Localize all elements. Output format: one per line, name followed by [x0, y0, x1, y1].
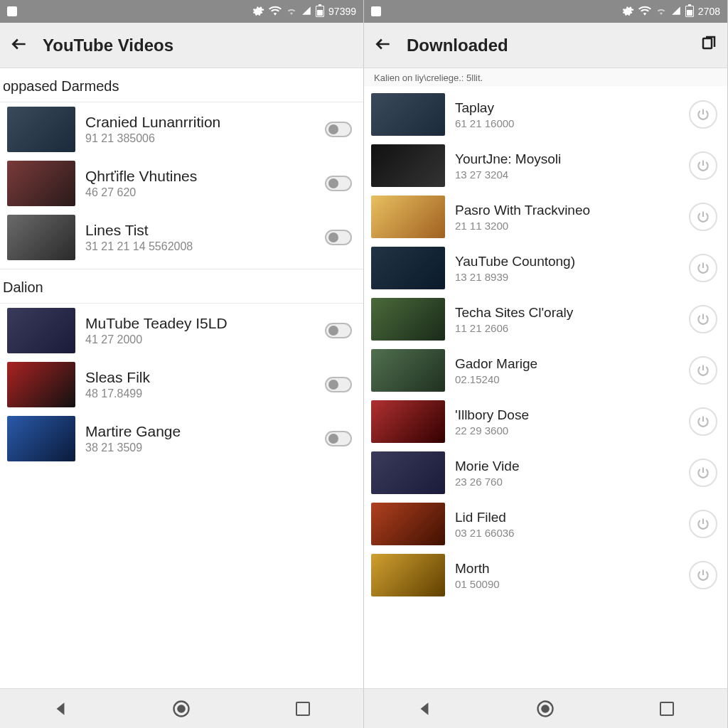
power-icon[interactable]	[689, 356, 717, 385]
video-meta: 31 21 21 14 5562008	[85, 240, 315, 253]
divider	[0, 269, 363, 269]
video-row[interactable]: Pasro With Trackvineo21 11 3200	[364, 191, 727, 242]
svg-rect-2	[703, 38, 712, 48]
nav-home-button[interactable]	[533, 697, 557, 721]
nav-recent-button[interactable]	[655, 697, 679, 721]
status-bar: 2708	[364, 0, 727, 23]
power-icon[interactable]	[689, 254, 717, 282]
video-row[interactable]: Taplay61 21 16000	[364, 89, 727, 140]
download-toggle[interactable]	[325, 122, 352, 137]
video-row[interactable]: Gador Marige02.15240	[364, 345, 727, 396]
video-meta: 91 21 385006	[85, 132, 315, 145]
svg-point-1	[178, 705, 185, 712]
video-thumbnail	[7, 308, 75, 353]
wifi-icon	[269, 6, 282, 18]
nav-back-button[interactable]	[412, 697, 437, 721]
video-info: 'Illbory Dose22 29 3600	[455, 407, 679, 437]
video-title: 'Illbory Dose	[455, 407, 679, 423]
power-icon[interactable]	[689, 100, 717, 129]
nav-bar	[0, 688, 363, 728]
video-thumbnail	[371, 298, 445, 341]
power-icon[interactable]	[689, 459, 717, 487]
nav-home-button[interactable]	[169, 697, 193, 721]
video-row[interactable]: 'Illbory Dose22 29 3600	[364, 396, 727, 447]
video-title: YourtJne: Moysoli	[455, 151, 679, 167]
content-area[interactable]: oppased DarmedsCranied Lunanrrition91 21…	[0, 68, 363, 688]
video-thumbnail	[7, 107, 75, 152]
video-info: Martire Gange38 21 3509	[85, 423, 315, 454]
video-meta: 23 26 760	[455, 476, 679, 488]
video-title: Pasro With Trackvineo	[455, 203, 679, 218]
download-toggle[interactable]	[325, 176, 352, 191]
video-thumbnail	[7, 362, 75, 407]
video-thumbnail	[7, 416, 75, 461]
app-bar: YouTube Videos	[0, 23, 363, 68]
video-thumbnail	[371, 247, 445, 289]
video-meta: 48 17.8499	[85, 387, 315, 400]
video-meta: 21 11 3200	[455, 220, 679, 232]
left-screen: 97399 YouTube Videos oppased DarmedsCran…	[0, 0, 364, 728]
video-row[interactable]: YauTube Countong)13 21 8939	[364, 242, 727, 294]
video-title: Lid Filed	[455, 510, 679, 525]
back-button[interactable]	[10, 35, 28, 56]
video-title: Gador Marige	[455, 356, 679, 372]
video-row[interactable]: MuTube Teadey I5LD41 27 2000	[0, 304, 363, 358]
video-info: Techa Sites Cl'oraly11 21 2606	[455, 305, 679, 334]
download-toggle[interactable]	[325, 431, 352, 446]
video-meta: 22 29 3600	[455, 424, 679, 437]
nav-back-button[interactable]	[48, 697, 73, 721]
svg-point-4	[542, 705, 549, 712]
video-row[interactable]: Techa Sites Cl'oraly11 21 2606	[364, 294, 727, 345]
video-row[interactable]: Morie Vide23 26 760	[364, 447, 727, 498]
sub-header: Kalien on liy\creliege.: 5llit.	[364, 68, 727, 86]
video-title: Morth	[455, 561, 679, 577]
power-icon[interactable]	[689, 151, 717, 180]
download-toggle[interactable]	[325, 230, 352, 245]
video-title: Cranied Lunanrrition	[85, 114, 315, 131]
video-row[interactable]: Martire Gange38 21 3509	[0, 412, 363, 466]
video-meta: 13 27 3204	[455, 168, 679, 181]
power-icon[interactable]	[689, 407, 717, 436]
power-icon[interactable]	[689, 305, 717, 333]
download-toggle[interactable]	[325, 377, 352, 392]
battery-icon	[316, 6, 324, 17]
app-title: Downloaded	[407, 36, 686, 55]
video-info: Gador Marige02.15240	[455, 356, 679, 385]
video-row[interactable]: YourtJne: Moysoli13 27 3204	[364, 140, 727, 191]
video-meta: 46 27 620	[85, 186, 315, 199]
copy-icon[interactable]	[700, 36, 717, 55]
power-icon[interactable]	[689, 203, 717, 231]
video-title: Taplay	[455, 100, 679, 116]
power-icon[interactable]	[689, 510, 717, 538]
status-notification-icon	[371, 6, 381, 16]
nav-recent-button[interactable]	[291, 697, 315, 721]
video-meta: 13 21 8939	[455, 271, 679, 283]
video-info: YauTube Countong)13 21 8939	[455, 254, 679, 283]
video-info: Sleas Filk48 17.8499	[85, 369, 315, 400]
video-info: Qhrťifle Vhutines46 27 620	[85, 168, 315, 199]
video-row[interactable]: Sleas Filk48 17.8499	[0, 358, 363, 412]
status-notification-icon	[7, 6, 17, 16]
video-thumbnail	[7, 215, 75, 260]
video-title: Martire Gange	[85, 423, 315, 440]
video-row[interactable]: Qhrťifle Vhutines46 27 620	[0, 156, 363, 210]
video-info: Pasro With Trackvineo21 11 3200	[455, 203, 679, 232]
content-area[interactable]: Taplay61 21 16000YourtJne: Moysoli13 27 …	[364, 86, 727, 688]
video-meta: 02.15240	[455, 373, 679, 385]
video-meta: 61 21 16000	[455, 117, 679, 129]
app-title: YouTube Videos	[43, 36, 353, 55]
video-row[interactable]: Cranied Lunanrrition91 21 385006	[0, 102, 363, 156]
download-toggle[interactable]	[325, 323, 352, 338]
video-row[interactable]: Lines Tist31 21 21 14 5562008	[0, 210, 363, 264]
status-time: 2708	[698, 6, 720, 17]
wifi-icon	[638, 6, 651, 18]
video-title: MuTube Teadey I5LD	[85, 315, 315, 332]
video-row[interactable]: Morth01 50090	[364, 550, 727, 601]
status-bar: 97399	[0, 0, 363, 23]
video-info: Taplay61 21 16000	[455, 100, 679, 129]
video-row[interactable]: Lid Filed03 21 66036	[364, 498, 727, 550]
back-button[interactable]	[374, 35, 392, 56]
video-info: Lines Tist31 21 21 14 5562008	[85, 222, 315, 253]
status-time: 97399	[328, 6, 356, 17]
power-icon[interactable]	[689, 561, 717, 589]
